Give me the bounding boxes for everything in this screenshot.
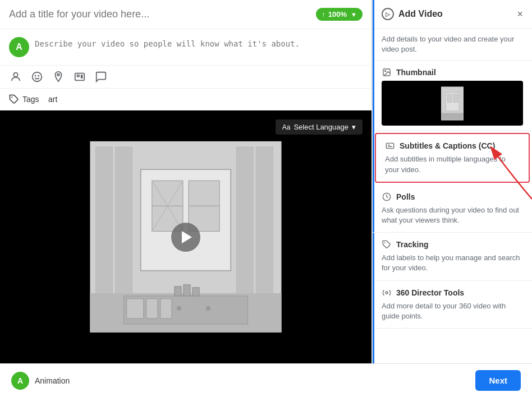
upload-percent: 100%	[328, 10, 347, 19]
panel-description: Add details to your video and create you…	[373, 29, 532, 61]
svg-rect-24	[127, 299, 144, 318]
svg-rect-35	[464, 86, 475, 120]
svg-rect-30	[184, 285, 190, 296]
svg-point-33	[385, 71, 386, 72]
select-language-button[interactable]: Aa Select Language ▾	[276, 119, 363, 135]
svg-point-27	[177, 306, 181, 311]
360-icon	[382, 288, 392, 298]
tags-text: Tags	[22, 95, 39, 104]
language-aa-icon: Aa	[282, 123, 291, 131]
polls-title: Polls	[396, 192, 415, 201]
video-preview: Aa Select Language ▾	[0, 110, 372, 363]
upload-arrow-icon: ↑	[322, 10, 325, 19]
video-title-input[interactable]	[9, 8, 316, 20]
svg-rect-25	[146, 299, 158, 318]
polls-header: Polls	[382, 192, 523, 202]
tags-row: Tags	[0, 89, 372, 110]
svg-rect-9	[282, 141, 372, 333]
tags-label: Tags	[9, 94, 43, 104]
description-area: A	[0, 29, 372, 66]
bottom-username: Animation	[35, 376, 70, 385]
dropdown-arrow-icon: ▼	[351, 11, 357, 18]
bottom-bar: A Animation Next	[0, 363, 532, 397]
user-avatar: A	[9, 37, 29, 57]
subtitles-icon	[385, 141, 395, 151]
next-button[interactable]: Next	[475, 370, 521, 391]
emoji-icon[interactable]	[30, 70, 44, 84]
svg-rect-39	[453, 94, 458, 103]
subtitles-desc: Add subtitles in multiple languages to y…	[385, 154, 520, 174]
360-desc: Add more detail to your 360 video with g…	[382, 301, 523, 321]
tracking-header: Tracking	[382, 239, 523, 250]
right-panel: ▷ Add Video × Add details to your video …	[372, 0, 532, 363]
subtitles-section[interactable]: Subtitles & Captions (CC) Add subtitles …	[375, 133, 530, 182]
360-tools-section[interactable]: 360 Director Tools Add more detail to yo…	[373, 281, 532, 329]
play-button[interactable]	[171, 223, 200, 252]
360-title: 360 Director Tools	[396, 288, 464, 297]
tag-people-icon[interactable]	[9, 70, 22, 84]
polls-desc: Ask questions during your video to find …	[382, 205, 523, 225]
subtitles-title: Subtitles & Captions (CC)	[400, 141, 495, 150]
thumbnail-preview	[382, 81, 523, 126]
bottom-avatar: A	[11, 372, 29, 390]
tracking-title: Tracking	[396, 240, 429, 249]
polls-icon	[382, 192, 392, 202]
description-input[interactable]	[35, 37, 363, 57]
tracking-section[interactable]: Tracking Add labels to help you manage a…	[373, 233, 532, 280]
thumbnail-header: Thumbnail	[382, 67, 523, 77]
svg-rect-5	[75, 73, 85, 81]
thumbnail-icon	[382, 67, 392, 77]
close-button[interactable]: ×	[517, 9, 523, 19]
polls-section[interactable]: Polls Ask questions during your video to…	[373, 185, 532, 233]
add-video-icon: ▷	[382, 8, 394, 20]
select-language-text: Select Language	[293, 123, 348, 131]
panel-header: ▷ Add Video ×	[373, 0, 532, 29]
svg-rect-34	[430, 86, 441, 120]
tracking-icon	[382, 239, 392, 250]
svg-point-48	[386, 292, 388, 294]
tags-input[interactable]	[48, 95, 363, 104]
location-icon[interactable]	[52, 70, 65, 84]
svg-rect-41	[443, 114, 461, 118]
svg-point-4	[57, 74, 59, 76]
svg-point-1	[33, 72, 42, 82]
thumbnail-title: Thumbnail	[396, 68, 436, 77]
left-panel: ↑ 100% ▼ A	[0, 0, 372, 363]
messenger-icon[interactable]	[94, 70, 108, 84]
bottom-left: A Animation	[11, 372, 70, 390]
play-triangle-icon	[182, 231, 192, 243]
tracking-desc: Add labels to help you manage and search…	[382, 253, 523, 273]
svg-rect-26	[160, 299, 172, 318]
svg-point-0	[13, 73, 17, 77]
svg-rect-38	[447, 94, 452, 103]
toolbar-row	[0, 66, 372, 89]
thumbnail-sketch	[430, 85, 475, 122]
svg-point-28	[206, 306, 210, 311]
svg-rect-42	[386, 144, 393, 149]
thumbnail-section[interactable]: Thumbnail	[373, 61, 532, 131]
upload-badge[interactable]: ↑ 100% ▼	[316, 8, 363, 21]
svg-rect-8	[0, 141, 90, 333]
panel-title-text: Add Video	[398, 9, 443, 19]
subtitles-header: Subtitles & Captions (CC)	[385, 141, 520, 151]
svg-point-6	[77, 75, 79, 77]
panel-accent	[373, 0, 374, 363]
title-bar: ↑ 100% ▼	[0, 0, 372, 29]
gif-icon[interactable]	[73, 70, 86, 84]
svg-rect-29	[175, 287, 181, 296]
svg-rect-31	[192, 288, 199, 296]
language-dropdown-icon: ▾	[352, 123, 356, 131]
360-header: 360 Director Tools	[382, 288, 523, 298]
video-content: Aa Select Language ▾	[0, 110, 372, 363]
panel-title: ▷ Add Video	[382, 8, 443, 20]
panel-desc-text: Add details to your video and create you…	[382, 35, 514, 53]
